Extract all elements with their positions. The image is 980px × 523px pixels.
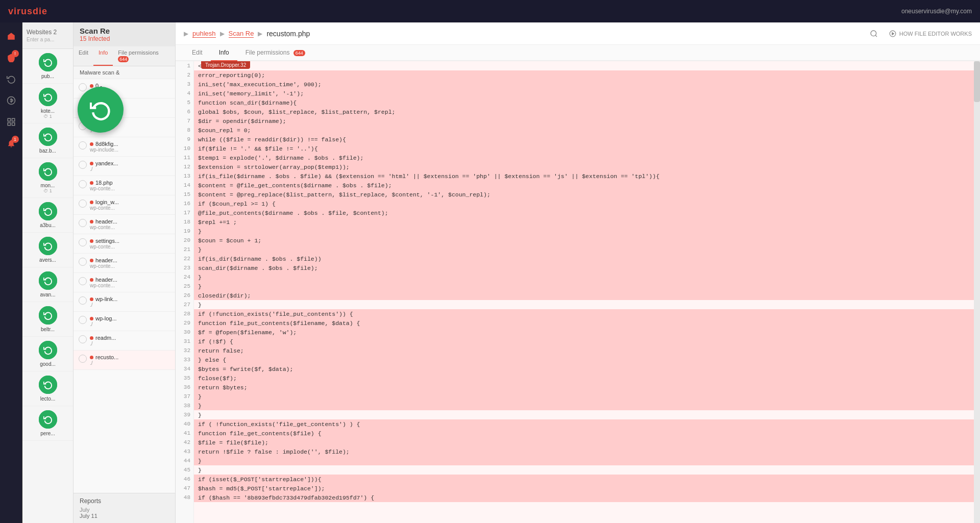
breadcrumb-scan[interactable]: Scan Re <box>229 30 254 38</box>
scan-item-checkbox[interactable] <box>79 335 87 343</box>
scan-list-item[interactable]: wp-link... ./ <box>74 292 175 312</box>
bell-badge: 1 <box>12 136 19 143</box>
code-content[interactable]: <?phperror_reporting(0);ini_set('max_exe… <box>194 61 974 523</box>
website-item[interactable]: kote... ⏱ 1 <box>22 84 73 123</box>
code-line: return $bytes; <box>194 383 974 392</box>
sidebar-item-shield[interactable]: ! <box>2 48 21 67</box>
scan-list-item[interactable]: wp-log... ./ <box>74 312 175 331</box>
scrollbar-track[interactable] <box>974 61 980 523</box>
scan-item-info: 8d8kfig... wp-include... <box>90 141 170 153</box>
scan-item-checkbox[interactable] <box>79 355 87 363</box>
scan-tab-permissions[interactable]: File permissions 644 <box>113 46 175 66</box>
website-item[interactable]: mon... ⏱ 1 <box>22 158 73 198</box>
scan-item-checkbox[interactable] <box>79 258 87 266</box>
code-line: } <box>194 300 974 309</box>
website-item[interactable]: lecto... <box>22 371 73 406</box>
scan-list-item[interactable]: header... wp-conte... <box>74 215 175 234</box>
scan-panel-header: Scan Re 15 Infected <box>74 22 175 46</box>
scan-item-name: wp-log... <box>90 315 170 321</box>
code-line: } <box>194 392 974 401</box>
scan-list-item[interactable]: 8d8kfig... wp-include... <box>74 137 175 157</box>
scan-item-name: yandex... <box>90 160 170 166</box>
scan-item-checkbox[interactable] <box>79 238 87 246</box>
line-number: 40 <box>176 419 193 429</box>
file-tab-permissions[interactable]: File permissions 644 <box>237 45 313 61</box>
website-item[interactable]: beltr... <box>22 302 73 337</box>
website-item[interactable]: a3bu... <box>22 198 73 233</box>
scan-item-checkbox[interactable] <box>79 296 87 305</box>
code-line: error_reporting(0); <box>194 70 974 80</box>
scan-item-checkbox[interactable] <box>79 200 87 208</box>
website-item[interactable]: avan... <box>22 267 73 302</box>
website-item[interactable]: avers... <box>22 233 73 267</box>
websites-panel: Websites 2 Enter a pa... pub... kote... <box>22 22 74 523</box>
scan-item-path: ./ <box>90 302 170 308</box>
scan-item-info: header... wp-conte... <box>90 218 170 230</box>
scan-tab-info[interactable]: Info <box>93 46 113 66</box>
scan-panel-tabs: Edit Info File permissions 644 <box>74 46 175 66</box>
site-icon <box>39 88 57 106</box>
sidebar-item-sync[interactable] <box>2 69 21 89</box>
code-line: ini_set('max_execution_time', 900); <box>194 80 974 89</box>
line-number: 1 <box>176 61 193 70</box>
scrollbar-thumb[interactable] <box>974 61 980 102</box>
code-line: if ($coun_repl >= 1) { <box>194 199 974 208</box>
line-number: 23 <box>176 263 193 272</box>
scan-item-name: 18.php <box>90 180 170 186</box>
scan-item-checkbox[interactable] <box>79 180 87 188</box>
scan-list-item[interactable]: header... wp-conte... <box>74 254 175 273</box>
scan-list-item[interactable]: recusto... ./ <box>74 351 175 370</box>
site-name: kote... <box>25 108 71 114</box>
file-tab-edit[interactable]: Edit <box>184 45 211 61</box>
scan-item-path: wp-conte... <box>90 186 170 191</box>
refresh-big-button[interactable] <box>78 87 124 133</box>
svg-point-5 <box>871 31 876 36</box>
code-line: function file_get_contents($file) { <box>194 429 974 438</box>
scan-item-name: header... <box>90 277 170 283</box>
sidebar-item-dollar[interactable] <box>2 91 21 110</box>
website-item[interactable]: pub... <box>22 49 73 84</box>
scan-item-checkbox[interactable] <box>79 161 87 169</box>
scan-item-info: 18.php wp-conte... <box>90 180 170 191</box>
scan-item-name: recusto... <box>90 354 170 360</box>
websites-header: Websites 2 Enter a pa... <box>22 22 73 49</box>
scan-list: 0 - wp-c... produc... wp-conte... u3dhn.… <box>74 79 175 493</box>
line-number: 18 <box>176 217 193 227</box>
scan-item-checkbox[interactable] <box>79 219 87 227</box>
scan-list-item[interactable]: header... wp-conte... <box>74 273 175 292</box>
line-number: 15 <box>176 190 193 199</box>
search-button[interactable] <box>867 27 881 41</box>
site-icon-overlay <box>39 53 57 71</box>
sidebar-item-grid[interactable] <box>2 112 21 132</box>
reports-date: July 11 <box>80 513 169 519</box>
scan-list-item[interactable]: settings... wp-conte... <box>74 234 175 254</box>
scan-tab-edit[interactable]: Edit <box>74 46 93 66</box>
scan-item-checkbox[interactable] <box>79 141 87 150</box>
breadcrumb-site[interactable]: puhlesh <box>192 30 216 38</box>
sidebar-item-bell[interactable]: 1 <box>2 134 21 153</box>
sidebar-item-home[interactable] <box>2 27 21 46</box>
website-item[interactable]: pere... <box>22 406 73 441</box>
code-line: while (($file = readdir($dir)) !== false… <box>194 135 974 144</box>
scan-item-checkbox[interactable] <box>79 277 87 285</box>
website-item[interactable]: baz.b... <box>22 123 73 158</box>
line-number: 32 <box>176 346 193 355</box>
file-tab-info[interactable]: Info <box>211 45 237 61</box>
website-item[interactable]: good... <box>22 337 73 371</box>
code-line: $coun = $coun + 1; <box>194 236 974 245</box>
code-line: $content = @preg_replace($list_pattern, … <box>194 190 974 199</box>
line-number: 44 <box>176 456 193 465</box>
reports-label: Reports <box>80 497 169 505</box>
scan-item-checkbox[interactable] <box>79 83 87 91</box>
scan-list-item[interactable]: yandex... ./ <box>74 157 175 176</box>
code-line: $coun_repl = 0; <box>194 126 974 135</box>
scan-list-item[interactable]: login_w... wp-conte... <box>74 195 175 215</box>
code-line: } else { <box>194 355 974 364</box>
scan-item-checkbox[interactable] <box>79 316 87 324</box>
site-icon-overlay <box>39 88 57 106</box>
how-file-editor-button[interactable]: HOW FILE EDITOR WORKS <box>889 30 972 37</box>
scan-list-item[interactable]: readm... ./ <box>74 331 175 351</box>
site-icon-overlay <box>39 128 57 146</box>
scan-list-item[interactable]: 18.php wp-conte... <box>74 176 175 195</box>
scan-item-path: wp-conte... <box>90 244 170 250</box>
